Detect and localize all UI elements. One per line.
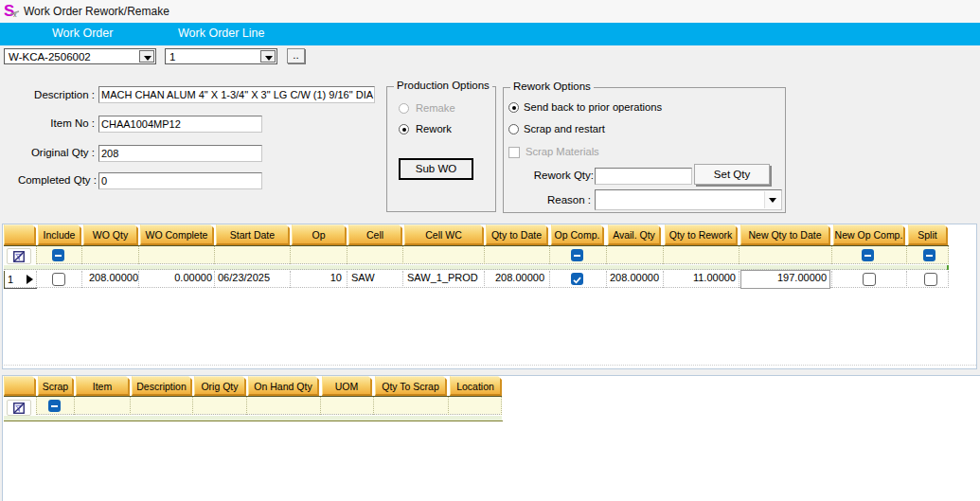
svg-text:x: x [13, 11, 17, 18]
